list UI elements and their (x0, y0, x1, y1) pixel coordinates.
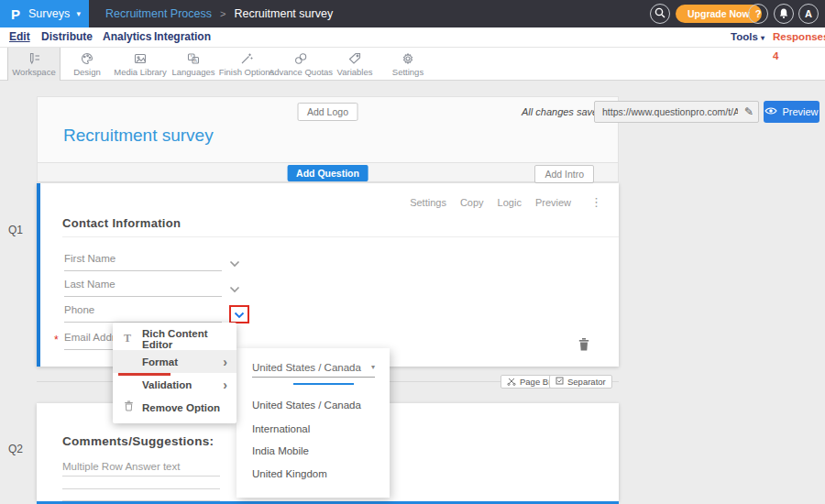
delete-question-icon[interactable] (578, 337, 590, 356)
answer-underline (62, 488, 220, 489)
checkbox-icon (556, 377, 564, 387)
chevron-down-icon: ▾ (76, 9, 81, 18)
breadcrumb: Recruitment Process > Recruitment survey (105, 0, 333, 27)
separator-label: Separator (567, 377, 606, 387)
bell-icon (778, 7, 789, 21)
magic-wand-icon (239, 51, 254, 66)
field-label-first-name[interactable]: First Name (64, 253, 116, 264)
field-underline (64, 296, 222, 297)
save-status: All changes saved (522, 106, 603, 117)
toolbar-item-advance-quotas[interactable]: Advance Quotas (274, 48, 327, 81)
format-submenu-panel: United States / Canada ▾ United States /… (236, 348, 390, 498)
toolbar-item-design[interactable]: Design (60, 48, 114, 81)
notifications-button[interactable] (774, 4, 794, 24)
search-button[interactable] (650, 4, 670, 24)
edit-url-icon[interactable]: ✎ (740, 105, 758, 118)
tab-integration[interactable]: Integration (154, 27, 211, 48)
palette-icon (80, 51, 94, 66)
trash-icon (124, 400, 142, 415)
menu-item-remove-option[interactable]: Remove Option (113, 396, 236, 419)
survey-title[interactable]: Recruitment survey (63, 126, 214, 146)
links-icon (293, 51, 308, 66)
question-settings-link[interactable]: Settings (410, 197, 446, 208)
scissors-icon (507, 377, 516, 388)
svg-text:*: * (191, 54, 192, 60)
field-dropdown-chevron-icon-active[interactable] (234, 306, 245, 323)
menu-item-format[interactable]: Format › (113, 350, 236, 373)
toolbar-item-workspace[interactable]: Workspace (7, 48, 60, 81)
eye-icon (764, 106, 777, 117)
submenu-arrow-icon: › (223, 357, 227, 367)
question-actions: Settings Copy Logic Preview ⋮ (410, 195, 602, 209)
share-url-box: ✎ (594, 101, 759, 123)
menu-item-label: Format (142, 356, 178, 367)
tag-icon (347, 51, 362, 66)
toolbar-label: Advance Quotas (269, 67, 333, 77)
toolbar-label: Languages (171, 67, 214, 77)
add-logo-button[interactable]: Add Logo (297, 103, 358, 121)
question-logic-link[interactable]: Logic (498, 197, 522, 208)
menu-item-label: Rich Content Editor (142, 328, 227, 350)
field-dropdown-chevron-icon[interactable] (229, 280, 240, 297)
add-question-button[interactable]: Add Question (287, 165, 368, 181)
survey-section-nav: Edit Distribute Analytics Integration To… (0, 27, 825, 48)
gear-icon (401, 51, 415, 66)
toolbar-item-media-library[interactable]: Media Library (114, 48, 167, 81)
top-navbar: P Surveys ▾ Recruitment Process > Recrui… (0, 0, 825, 27)
menu-item-validation[interactable]: Validation › (113, 373, 236, 396)
multirow-answer-placeholder[interactable]: Multiple Row Answer text (62, 461, 180, 472)
chevron-down-icon: ▾ (371, 363, 375, 371)
question-title-q2[interactable]: Comments/Suggestions: (62, 434, 214, 448)
menu-item-label: Validation (142, 379, 192, 390)
field-label-phone[interactable]: Phone (64, 304, 94, 315)
chevron-down-icon: ▾ (761, 34, 764, 42)
field-label-last-name[interactable]: Last Name (64, 279, 116, 290)
question-number-q2: Q2 (8, 443, 23, 455)
phone-format-select[interactable]: United States / Canada ▾ (252, 357, 375, 378)
toolbar-item-variables[interactable]: Variables (328, 48, 381, 81)
toolbar-item-languages[interactable]: A* Languages (167, 48, 220, 81)
question-preview-link[interactable]: Preview (535, 197, 571, 208)
toolbar-item-finish-options[interactable]: Finish Options (220, 48, 273, 81)
answer-underline (62, 476, 220, 477)
question-title-q1[interactable]: Contact Information (62, 216, 181, 230)
active-option-indicator (293, 383, 354, 385)
help-button[interactable]: ? (748, 4, 768, 24)
format-option-international[interactable]: International (252, 423, 310, 434)
question-number-q1: Q1 (8, 224, 23, 236)
tab-analytics[interactable]: Analytics (103, 27, 151, 48)
more-options-icon[interactable]: ⋮ (590, 195, 602, 209)
menu-item-label: Remove Option (142, 402, 220, 413)
account-avatar[interactable]: A (798, 4, 819, 24)
question-copy-link[interactable]: Copy (460, 197, 484, 208)
phone-format-selected-value: United States / Canada (252, 362, 361, 373)
tools-label: Tools (731, 31, 758, 42)
add-intro-button[interactable]: Add Intro (534, 165, 594, 183)
field-dropdown-chevron-icon[interactable] (229, 255, 240, 271)
toolbar-item-settings[interactable]: Settings (381, 48, 434, 81)
format-option-united-kingdom[interactable]: United Kingdom (252, 468, 327, 479)
format-option-us-canada[interactable]: United States / Canada (252, 400, 361, 411)
text-format-icon: T (124, 332, 142, 345)
preview-button[interactable]: Preview (764, 101, 820, 123)
format-option-india-mobile[interactable]: India Mobile (252, 445, 309, 456)
required-asterisk: * (54, 334, 59, 346)
tab-distribute[interactable]: Distribute (41, 27, 93, 48)
tab-edit[interactable]: Edit (9, 27, 30, 48)
surveys-product-menu[interactable]: P Surveys ▾ (0, 0, 89, 27)
breadcrumb-folder-link[interactable]: Recruitment Process (105, 7, 212, 20)
question-title-divider (62, 236, 619, 237)
questionpro-logo: P (11, 6, 20, 22)
share-url-input[interactable] (595, 106, 740, 117)
svg-text:A: A (193, 58, 197, 63)
toolbar-label: Media Library (114, 67, 167, 77)
tools-menu[interactable]: Tools ▾ (731, 27, 764, 48)
toolbar-label: Workspace (12, 67, 55, 77)
add-question-band: Add Question Add Intro (37, 162, 619, 182)
separator-button[interactable]: Separator (549, 375, 612, 389)
product-menu-label: Surveys (28, 7, 70, 20)
breadcrumb-separator: > (220, 8, 226, 19)
menu-item-rich-content-editor[interactable]: T Rich Content Editor (113, 327, 236, 350)
field-options-context-menu: T Rich Content Editor Format › Validatio… (113, 323, 236, 423)
responses-count[interactable]: Responses: 4 (773, 27, 825, 48)
